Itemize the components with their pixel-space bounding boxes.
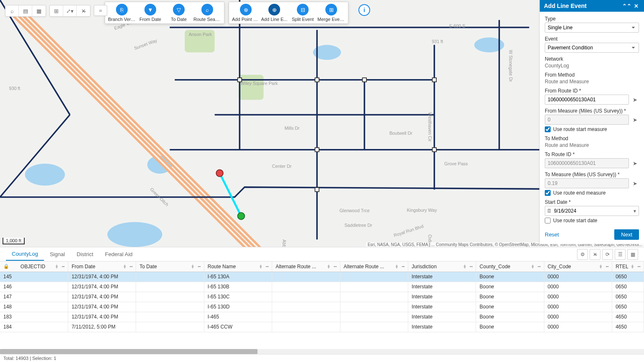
sort-icon[interactable]: ▲▼ bbox=[123, 264, 126, 269]
horizontal-scrollbar[interactable] bbox=[0, 349, 644, 354]
table-wrap[interactable]: 🔒OBJECTID▲▼···From Date▲▼···To Date▲▼···… bbox=[0, 262, 644, 349]
sort-icon[interactable]: ▲▼ bbox=[327, 264, 331, 269]
table-cell: Interstate bbox=[408, 322, 476, 332]
svg-rect-7 bbox=[239, 75, 264, 100]
bookmarks-icon[interactable]: ⊞ bbox=[50, 5, 63, 16]
add-line-event-button[interactable]: ⊕Add Line E... bbox=[260, 4, 289, 22]
column-menu-icon[interactable]: ··· bbox=[636, 264, 640, 270]
column-menu-icon[interactable]: ··· bbox=[332, 264, 337, 270]
collapse-icon[interactable]: ⌃⌃ bbox=[622, 3, 630, 9]
table-cell: Interstate bbox=[408, 312, 476, 322]
table-cell: 0000 bbox=[544, 322, 612, 332]
basemap-icon[interactable]: ▦ bbox=[32, 5, 46, 16]
pick-measure-icon[interactable]: ➤ bbox=[631, 178, 639, 188]
column-header[interactable]: Route Name▲▼··· bbox=[204, 262, 272, 272]
column-menu-icon[interactable]: ··· bbox=[196, 264, 201, 270]
split-event-button[interactable]: ⊟Split Event bbox=[289, 4, 317, 22]
clear-filter-icon[interactable]: ✕̶ bbox=[590, 249, 600, 260]
pick-measure-icon[interactable]: ➤ bbox=[631, 115, 639, 125]
column-header[interactable]: Alternate Route ...▲▼··· bbox=[340, 262, 408, 272]
map-scale: 1,000 ft bbox=[3, 238, 25, 244]
column-header[interactable]: City_Code▲▼··· bbox=[544, 262, 612, 272]
column-header[interactable]: To Date▲▼··· bbox=[136, 262, 204, 272]
table-cell: 4650 bbox=[612, 312, 644, 322]
table-row[interactable]: 14612/31/1974, 4:00 PMI-65 130BInterstat… bbox=[0, 282, 644, 292]
sort-icon[interactable]: ▲▼ bbox=[463, 264, 466, 269]
pick-route-icon[interactable]: ➤ bbox=[631, 158, 639, 168]
info-button[interactable]: i bbox=[358, 4, 370, 16]
svg-text:Anson Park: Anson Park bbox=[189, 32, 212, 37]
column-header[interactable]: RTEL▲▼··· bbox=[612, 262, 644, 272]
add-point-event-button[interactable]: ⊕Add Point E... bbox=[232, 4, 260, 22]
sort-icon[interactable]: ▲▼ bbox=[531, 264, 535, 269]
column-menu-icon[interactable]: ··· bbox=[604, 264, 608, 270]
sort-icon[interactable]: ▲▼ bbox=[55, 264, 59, 269]
from-route-input[interactable] bbox=[545, 95, 629, 105]
search-icon: ⌕ bbox=[201, 4, 213, 15]
branch-version-button[interactable]: ⎘Branch Vers... bbox=[108, 4, 136, 22]
column-header[interactable]: From Date▲▼··· bbox=[68, 262, 136, 272]
show-selected-icon[interactable]: ☰ bbox=[615, 249, 626, 260]
reset-button[interactable]: Reset bbox=[545, 231, 559, 238]
to-route-input[interactable] bbox=[545, 158, 629, 168]
table-row[interactable]: 1847/11/2012, 5:00 PMI-465 CCWInterstate… bbox=[0, 322, 644, 332]
split-icon: ⊟ bbox=[297, 4, 309, 15]
column-menu-icon[interactable]: ··· bbox=[264, 264, 268, 270]
tab-signal[interactable]: Signal bbox=[44, 248, 71, 260]
close-icon[interactable]: ✕ bbox=[632, 3, 640, 9]
filter-icon[interactable]: ⚙ bbox=[577, 249, 588, 260]
column-menu-icon[interactable]: ··· bbox=[60, 264, 64, 270]
sort-icon[interactable]: ▲▼ bbox=[259, 264, 263, 269]
network-label: Network bbox=[545, 56, 639, 62]
pick-route-icon[interactable]: ➤ bbox=[631, 95, 639, 105]
to-measure-input[interactable] bbox=[545, 178, 629, 188]
column-header[interactable]: County_Code▲▼··· bbox=[476, 262, 544, 272]
sort-icon[interactable]: ▲▼ bbox=[631, 264, 634, 269]
merge-events-button[interactable]: ⊞Merge Events bbox=[317, 4, 345, 22]
table-cell: I-65 130D bbox=[204, 302, 272, 312]
refresh-icon[interactable]: ⟳ bbox=[602, 249, 613, 260]
column-header[interactable]: 🔒OBJECTID▲▼··· bbox=[0, 262, 68, 272]
column-menu-icon[interactable]: ··· bbox=[536, 264, 541, 270]
table-cell bbox=[340, 292, 408, 302]
clear-selection-icon[interactable]: ✕̶ bbox=[77, 5, 90, 16]
use-start-measure-checkbox[interactable] bbox=[545, 126, 551, 132]
column-header[interactable]: Jurisdiction▲▼··· bbox=[408, 262, 476, 272]
select-tool-icon[interactable]: ⤢▾ bbox=[63, 5, 77, 16]
column-menu-icon[interactable]: ··· bbox=[468, 264, 472, 270]
use-start-date-checkbox[interactable] bbox=[545, 218, 551, 223]
options-icon[interactable]: ▦ bbox=[627, 249, 638, 260]
ribbon-events: ⊕Add Point E... ⊕Add Line E... ⊟Split Ev… bbox=[229, 2, 348, 24]
sort-icon[interactable]: ▲▼ bbox=[395, 264, 399, 269]
svg-text:Westhaven Cir: Westhaven Cir bbox=[428, 112, 433, 142]
event-select[interactable]: Pavement Condition bbox=[545, 43, 639, 53]
table-row[interactable]: 14712/31/1974, 4:00 PMI-65 130CInterstat… bbox=[0, 292, 644, 302]
tab-district[interactable]: District bbox=[71, 248, 99, 260]
app-root: ⌕ ▤ ▦ ⊞ ⤢▾ ✕̶ ≈ ⎘Branch Vers... ▼From Da… bbox=[0, 0, 644, 362]
tab-federal-aid[interactable]: Federal Aid bbox=[99, 248, 139, 260]
table-cell: 4650 bbox=[612, 322, 644, 332]
from-measure-input[interactable] bbox=[545, 115, 629, 125]
table-tabs: CountyLog Signal District Federal Aid ⚙ … bbox=[0, 247, 644, 262]
settings-icon[interactable]: ≈ bbox=[94, 5, 107, 16]
sort-icon[interactable]: ▲▼ bbox=[599, 264, 603, 269]
to-date-button[interactable]: ▽To Date bbox=[165, 4, 193, 22]
type-select[interactable]: Single Line bbox=[545, 23, 639, 33]
table-row[interactable]: 18312/31/1974, 4:00 PMI-465InterstateBoo… bbox=[0, 312, 644, 322]
table-row[interactable]: 14812/31/1974, 4:00 PMI-65 130DInterstat… bbox=[0, 302, 644, 312]
from-date-button[interactable]: ▼From Date bbox=[136, 4, 165, 22]
route-search-button[interactable]: ⌕Route Search bbox=[193, 4, 222, 22]
use-end-measure-checkbox[interactable] bbox=[545, 190, 551, 196]
start-date-input[interactable]: 🗓 ▼ bbox=[545, 206, 639, 216]
column-header[interactable]: Alternate Route ...▲▼··· bbox=[272, 262, 340, 272]
tab-countylog[interactable]: CountyLog bbox=[6, 248, 44, 261]
column-menu-icon[interactable]: ··· bbox=[128, 264, 132, 270]
next-button[interactable]: Next bbox=[614, 229, 639, 240]
table-cell: 0650 bbox=[612, 282, 644, 292]
from-method-value: Route and Measure bbox=[545, 79, 639, 85]
search-icon[interactable]: ⌕ bbox=[5, 5, 19, 16]
layers-icon[interactable]: ▤ bbox=[19, 5, 32, 16]
table-row[interactable]: 14512/31/1974, 4:00 PMI-65 130AInterstat… bbox=[0, 272, 644, 282]
column-menu-icon[interactable]: ··· bbox=[400, 264, 404, 270]
sort-icon[interactable]: ▲▼ bbox=[191, 264, 195, 269]
